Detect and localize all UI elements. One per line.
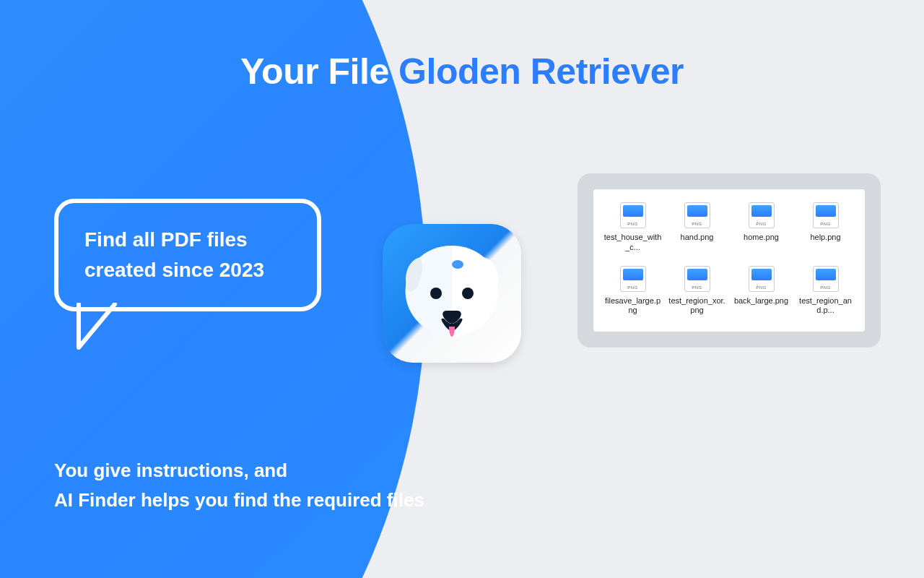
png-thumbnail-icon [684, 266, 710, 292]
results-panel-inner: test_house_with_c... hand.png home.png h… [593, 189, 865, 332]
png-thumbnail-icon [749, 266, 775, 292]
svg-point-1 [462, 288, 474, 299]
file-item[interactable]: help.png [796, 202, 855, 253]
file-name: filesave_large.png [603, 296, 662, 316]
subtitle: You give instructions, and AI Finder hel… [54, 456, 424, 514]
speech-bubble-tail-icon [76, 303, 126, 353]
page-title-part2: Gloden Retriever [398, 51, 684, 92]
file-name: hand.png [681, 233, 714, 243]
png-thumbnail-icon [620, 202, 646, 228]
page-title-part1: Your File [240, 51, 389, 92]
png-thumbnail-icon [813, 266, 839, 292]
file-item[interactable]: home.png [732, 202, 790, 253]
png-thumbnail-icon [684, 202, 710, 228]
svg-point-2 [452, 260, 463, 269]
results-panel: test_house_with_c... hand.png home.png h… [578, 173, 881, 348]
file-name: test_house_with_c... [603, 233, 662, 253]
file-name: help.png [810, 233, 840, 243]
dog-icon [383, 224, 521, 363]
app-logo [383, 224, 521, 363]
png-thumbnail-icon [620, 266, 646, 292]
file-name: test_region_and.p... [796, 296, 855, 316]
page-title: Your File Gloden Retriever [0, 51, 924, 92]
file-item[interactable]: test_region_xor.png [668, 266, 726, 316]
file-item[interactable]: filesave_large.png [603, 266, 662, 316]
png-thumbnail-icon [813, 202, 839, 228]
speech-bubble: Find all PDF files created since 2023 [54, 199, 321, 311]
file-item[interactable]: hand.png [668, 202, 726, 253]
svg-point-0 [430, 288, 442, 299]
subtitle-line1: You give instructions, and [54, 456, 424, 485]
file-grid: test_house_with_c... hand.png home.png h… [603, 202, 855, 316]
file-name: back_large.png [734, 296, 788, 306]
file-item[interactable]: test_region_and.p... [796, 266, 855, 316]
speech-bubble-text: Find all PDF files created since 2023 [54, 199, 321, 311]
file-item[interactable]: test_house_with_c... [603, 202, 662, 253]
subtitle-line2: AI Finder helps you find the required fi… [54, 486, 424, 514]
png-thumbnail-icon [749, 202, 775, 228]
file-name: home.png [744, 233, 779, 243]
file-name: test_region_xor.png [668, 296, 726, 316]
file-item[interactable]: back_large.png [732, 266, 790, 316]
